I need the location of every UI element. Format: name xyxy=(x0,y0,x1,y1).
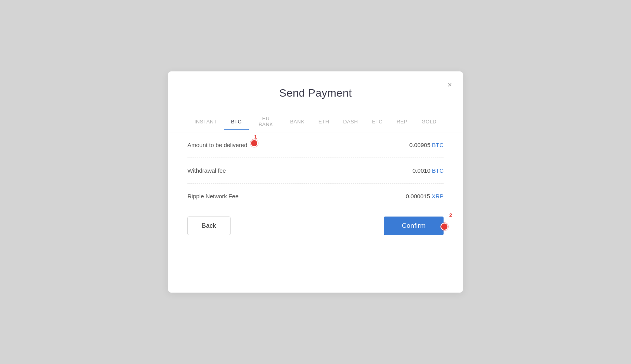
send-payment-modal: × Send Payment INSTANTBTCEU BANKBANKETHD… xyxy=(168,71,463,293)
tabs-container: INSTANTBTCEU BANKBANKETHDASHETCREPGOLD xyxy=(168,111,463,132)
fee-row-amount-to-be-delivered: 1Amount to be delivered0.00905BTC xyxy=(187,132,444,158)
tab-eth[interactable]: ETH xyxy=(312,114,336,129)
back-button[interactable]: Back xyxy=(187,217,231,235)
fee-value: 0.00905BTC xyxy=(409,142,444,148)
tab-etc[interactable]: ETC xyxy=(365,114,390,129)
fee-label: Amount to be delivered xyxy=(187,142,247,148)
tab-bank[interactable]: BANK xyxy=(283,114,311,129)
modal-title: Send Payment xyxy=(168,71,463,111)
fee-currency: BTC xyxy=(432,142,444,148)
annotation-2-number: 2 xyxy=(449,212,452,218)
tab-rep[interactable]: REP xyxy=(390,114,414,129)
close-button[interactable]: × xyxy=(446,79,454,90)
actions-area: Back Confirm 2 xyxy=(168,209,463,235)
confirm-button[interactable]: Confirm xyxy=(384,217,444,235)
fee-label: Withdrawal fee xyxy=(187,167,226,174)
overlay: × Send Payment INSTANTBTCEU BANKBANKETHD… xyxy=(0,0,631,364)
fee-label: Ripple Network Fee xyxy=(187,193,239,199)
tab-eu-bank[interactable]: EU BANK xyxy=(249,111,283,132)
tab-dash[interactable]: DASH xyxy=(336,114,365,129)
content-area: 1Amount to be delivered0.00905BTCWithdra… xyxy=(168,132,463,209)
fee-currency: XRP xyxy=(432,193,444,199)
tab-btc[interactable]: BTC xyxy=(224,114,249,129)
annotation-1-dot xyxy=(250,139,258,147)
tab-instant[interactable]: INSTANT xyxy=(187,114,224,129)
annotation-1-number: 1 xyxy=(254,134,257,140)
tab-gold[interactable]: GOLD xyxy=(414,114,444,129)
fee-value: 0.0010BTC xyxy=(413,167,444,174)
fee-row-withdrawal-fee: Withdrawal fee0.0010BTC xyxy=(187,158,444,184)
fee-value: 0.000015XRP xyxy=(406,193,444,199)
fee-row-ripple-network-fee: Ripple Network Fee0.000015XRP xyxy=(187,184,444,209)
fee-currency: BTC xyxy=(432,167,444,174)
annotation-2-dot xyxy=(440,223,448,231)
